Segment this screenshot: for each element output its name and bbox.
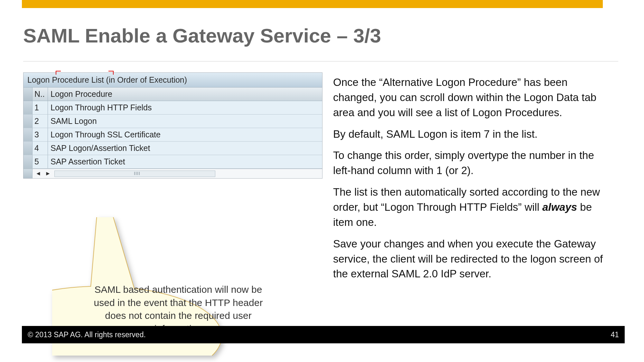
table-row[interactable]: 2 SAML Logon [23,115,322,128]
col-header-num: N.. [33,88,48,101]
scroll-right-icon[interactable]: ► [44,170,52,178]
screenshot-panel: Logon Procedure List (in Order of Execut… [23,72,322,179]
page-number: 41 [611,330,619,339]
paragraph: By default, SAML Logon is item 7 in the … [333,127,607,142]
cell-proc[interactable]: SAP Assertion Ticket [48,155,322,168]
brand-accent-bar [22,0,603,8]
cell-proc[interactable]: SAP Logon/Assertion Ticket [48,142,322,155]
table-header-row: N.. Logon Procedure [23,88,322,101]
table-row[interactable]: 4 SAP Logon/Assertion Ticket [23,142,322,155]
table-title: Logon Procedure List (in Order of Execut… [23,73,322,88]
row-handle [23,88,33,101]
cell-num[interactable]: 3 [33,128,48,141]
table-row[interactable]: 1 Logon Through HTTP Fields [23,101,322,115]
emphasis-always: always [542,201,577,213]
scroll-left-icon[interactable]: ◄ [34,170,42,178]
table-row[interactable]: 5 SAP Assertion Ticket [23,155,322,169]
row-handle[interactable] [23,101,33,114]
explanation-text: Once the “Alternative Logon Procedure” h… [333,75,607,288]
paragraph: Once the “Alternative Logon Procedure” h… [333,75,607,120]
row-handle[interactable] [23,142,33,155]
cell-num[interactable]: 1 [33,101,48,114]
table-row[interactable]: 3 Logon Through SSL Certificate [23,128,322,142]
paragraph: To change this order, simply overtype th… [333,148,607,178]
cell-num[interactable]: 2 [33,115,48,128]
slide-footer: © 2013 SAP AG. All rights reserved. 41 [22,326,625,343]
title-divider [23,61,618,61]
slide-title: SAML Enable a Gateway Service – 3/3 [23,24,381,47]
scroll-thumb[interactable] [127,172,146,176]
row-handle[interactable] [23,155,33,168]
col-header-proc: Logon Procedure [48,88,322,101]
row-handle[interactable] [23,115,33,128]
row-handle[interactable] [23,128,33,141]
horizontal-scrollbar[interactable]: ◄ ► [23,169,322,178]
cell-num[interactable]: 5 [33,155,48,168]
copyright-text: © 2013 SAP AG. All rights reserved. [28,330,146,339]
paragraph: The list is then automatically sorted ac… [333,185,607,230]
edit-bracket-icon [56,71,114,73]
logon-procedure-table: Logon Procedure List (in Order of Execut… [23,72,322,179]
scroll-track[interactable] [54,171,215,177]
cell-proc[interactable]: SAML Logon [48,115,322,128]
cell-proc[interactable]: Logon Through HTTP Fields [48,101,322,114]
row-handle [23,169,33,178]
paragraph: Save your changes and when you execute t… [333,237,607,282]
cell-num[interactable]: 4 [33,142,48,155]
cell-proc[interactable]: Logon Through SSL Certificate [48,128,322,141]
